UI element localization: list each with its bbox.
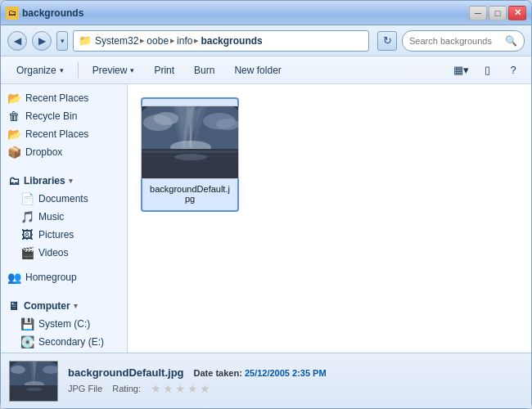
secondary-e-icon: 💽 bbox=[20, 335, 34, 348]
svg-point-30 bbox=[26, 388, 43, 391]
forward-button[interactable]: ▶ bbox=[32, 31, 52, 51]
status-filetype-row: JPG File Rating: ★ ★ ★ ★ ★ bbox=[68, 382, 327, 395]
nav-bar: ◀ ▶ ▾ 📁 System32 ▸ oobe ▸ info ▸ backgro… bbox=[1, 25, 531, 56]
recent-places-icon-1: 📂 bbox=[7, 92, 20, 105]
organize-button[interactable]: Organize ▾ bbox=[7, 60, 73, 81]
search-icon: 🔍 bbox=[505, 35, 517, 47]
computer-header[interactable]: 🖥 Computer ▾ bbox=[1, 293, 127, 315]
svg-rect-16 bbox=[142, 151, 239, 153]
dropbox-icon: 📦 bbox=[7, 146, 20, 159]
breadcrumb: System32 ▸ oobe ▸ info ▸ backgrounds bbox=[95, 35, 263, 47]
computer-label: Computer bbox=[24, 300, 70, 312]
view-options-button[interactable]: ▦▾ bbox=[449, 60, 472, 81]
svg-point-13 bbox=[216, 119, 239, 130]
status-filetype-text: JPG File bbox=[68, 384, 102, 393]
homegroup-icon: 👥 bbox=[7, 271, 20, 284]
star-5[interactable]: ★ bbox=[200, 382, 210, 395]
title-bar-left: 🗂 backgrounds bbox=[6, 7, 83, 20]
window-controls: ─ □ ✕ bbox=[469, 6, 526, 20]
status-bar: backgroundDefault.jpg Date taken: 25/12/… bbox=[1, 353, 531, 408]
sidebar-label-documents: Documents bbox=[38, 193, 88, 204]
sidebar-label-music: Music bbox=[38, 211, 64, 222]
system-c-icon: 💾 bbox=[20, 317, 34, 330]
burn-button[interactable]: Burn bbox=[185, 60, 223, 81]
help-button[interactable]: ? bbox=[502, 60, 525, 81]
organize-chevron: ▾ bbox=[60, 66, 64, 74]
star-3[interactable]: ★ bbox=[175, 382, 186, 395]
back-button[interactable]: ◀ bbox=[7, 31, 27, 51]
status-filename-row: backgroundDefault.jpg Date taken: 25/12/… bbox=[68, 366, 327, 379]
file-area: backgroundDefault.jpg bbox=[128, 84, 531, 353]
print-button[interactable]: Print bbox=[145, 60, 183, 81]
sidebar-item-secondary-e[interactable]: 💽 Secondary (E:) bbox=[1, 333, 127, 351]
breadcrumb-info[interactable]: info bbox=[177, 35, 192, 47]
recycle-bin-icon: 🗑 bbox=[7, 110, 20, 123]
preview-chevron: ▾ bbox=[130, 66, 134, 74]
breadcrumb-sep-1: ▸ bbox=[140, 35, 145, 46]
recent-places-icon-2: 📂 bbox=[7, 128, 20, 141]
breadcrumb-oobe[interactable]: oobe bbox=[147, 35, 169, 47]
sidebar-item-music[interactable]: 🎵 Music bbox=[1, 208, 127, 226]
window-title: backgrounds bbox=[22, 7, 83, 19]
libraries-icon: 🗂 bbox=[7, 174, 20, 187]
file-item-background-default[interactable]: backgroundDefault.jpg bbox=[141, 97, 239, 212]
sidebar-item-documents[interactable]: 📄 Documents bbox=[1, 190, 127, 208]
sidebar-item-pictures[interactable]: 🖼 Pictures bbox=[1, 226, 127, 244]
content-area: 📂 Recent Places 🗑 Recycle Bin 📂 Recent P… bbox=[1, 84, 531, 353]
sidebar-label-recent-places-2: Recent Places bbox=[25, 128, 88, 140]
toolbar-sep-1 bbox=[78, 62, 79, 79]
toolbar-right: ▦▾ ▯ ? bbox=[449, 60, 525, 81]
sidebar-item-recent-places-1[interactable]: 📂 Recent Places bbox=[1, 89, 127, 107]
refresh-button[interactable]: ↻ bbox=[377, 31, 397, 51]
status-date-label: Date taken: 25/12/2005 2:35 PM bbox=[194, 368, 327, 378]
sidebar-label-homegroup: Homegroup bbox=[25, 272, 77, 283]
sidebar-label-recent-places-1: Recent Places bbox=[25, 92, 88, 104]
sidebar-label-pictures: Pictures bbox=[38, 229, 74, 240]
sidebar-label-dropbox: Dropbox bbox=[25, 146, 62, 158]
file-grid: backgroundDefault.jpg bbox=[141, 97, 518, 212]
thumbnail-svg bbox=[142, 106, 239, 179]
breadcrumb-sep-2: ▸ bbox=[170, 35, 175, 46]
breadcrumb-backgrounds[interactable]: backgrounds bbox=[201, 35, 262, 47]
svg-rect-18 bbox=[142, 160, 239, 162]
sidebar-item-system-c[interactable]: 💾 System (C:) bbox=[1, 315, 127, 333]
file-name: backgroundDefault.jpg bbox=[149, 184, 231, 204]
preview-pane-button[interactable]: ▯ bbox=[476, 60, 498, 81]
star-4[interactable]: ★ bbox=[187, 382, 198, 395]
sidebar-item-recent-places-2[interactable]: 📂 Recent Places bbox=[1, 125, 127, 143]
nav-dropdown-button[interactable]: ▾ bbox=[56, 31, 68, 51]
status-thumbnail bbox=[9, 361, 58, 402]
address-bar[interactable]: 📁 System32 ▸ oobe ▸ info ▸ backgrounds bbox=[73, 30, 369, 52]
sidebar-divider-3 bbox=[1, 286, 127, 293]
sidebar-divider-2 bbox=[1, 262, 127, 268]
sidebar-item-recycle-bin[interactable]: 🗑 Recycle Bin bbox=[1, 107, 127, 125]
search-input[interactable] bbox=[409, 36, 502, 46]
svg-point-20 bbox=[174, 154, 207, 160]
window-icon: 🗂 bbox=[6, 7, 19, 20]
maximize-button[interactable]: □ bbox=[489, 6, 507, 20]
minimize-button[interactable]: ─ bbox=[469, 6, 487, 20]
address-folder-icon: 📁 bbox=[79, 34, 92, 47]
new-folder-button[interactable]: New folder bbox=[225, 60, 290, 81]
computer-icon: 🖥 bbox=[7, 299, 20, 312]
sidebar-item-dropbox[interactable]: 📦 Dropbox bbox=[1, 143, 127, 161]
sidebar-item-homegroup[interactable]: 👥 Homegroup bbox=[1, 268, 127, 286]
close-button[interactable]: ✕ bbox=[508, 6, 526, 20]
star-rating[interactable]: ★ ★ ★ ★ ★ bbox=[151, 382, 210, 395]
sidebar-item-videos[interactable]: 🎬 Videos bbox=[1, 244, 127, 262]
sidebar-label-system-c: System (C:) bbox=[38, 318, 90, 330]
sidebar-divider-1 bbox=[1, 161, 127, 168]
status-thumbnail-svg bbox=[10, 362, 58, 402]
title-bar: 🗂 backgrounds ─ □ ✕ bbox=[1, 1, 531, 25]
preview-button[interactable]: Preview ▾ bbox=[83, 60, 144, 81]
music-icon: 🎵 bbox=[20, 210, 34, 223]
libraries-header[interactable]: 🗂 Libraries ▾ bbox=[1, 168, 127, 190]
star-2[interactable]: ★ bbox=[163, 382, 174, 395]
libraries-label: Libraries bbox=[24, 175, 65, 187]
status-rating-label: Rating: bbox=[112, 384, 141, 393]
svg-rect-29 bbox=[10, 385, 58, 402]
search-bar[interactable]: 🔍 bbox=[402, 30, 525, 52]
explorer-window: 🗂 backgrounds ─ □ ✕ ◀ ▶ ▾ 📁 System32 ▸ o… bbox=[0, 0, 532, 409]
star-1[interactable]: ★ bbox=[151, 382, 161, 395]
breadcrumb-system32[interactable]: System32 bbox=[95, 35, 138, 47]
